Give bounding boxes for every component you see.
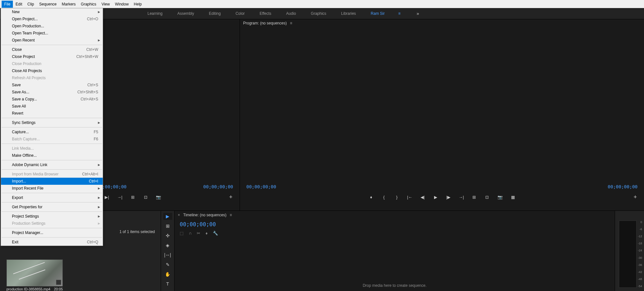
insert-button[interactable]: ⊞ [129,194,136,200]
workspace-color[interactable]: Color [233,10,247,17]
goto-in-button[interactable]: |← [407,194,413,200]
wrench-icon[interactable]: 🔧 [213,231,218,236]
marker-add-icon[interactable]: ♦ [205,231,208,236]
selection-info: 1 of 1 items selected [119,230,155,234]
menu-item-close-all-projects[interactable]: Close All Projects [1,67,103,74]
menu-item-project-manager[interactable]: Project Manager... [1,229,103,236]
workspace-active[interactable]: Ram Sir [368,10,387,17]
workspace-assembly[interactable]: Assembly [175,10,197,17]
timeline-label: Timeline: (no sequences) [183,213,226,217]
menu-item-open-production[interactable]: Open Production... [1,23,103,30]
menu-item-revert[interactable]: Revert [1,110,103,117]
tool-6[interactable]: ✋ [163,271,172,278]
tool-4[interactable]: |↔| [163,251,172,258]
workspace-editing[interactable]: Editing [206,10,223,17]
menu-window[interactable]: Window [112,1,131,8]
step-fwd-button[interactable]: |▶ [445,194,452,200]
menu-item-make-offline[interactable]: Make Offline... [1,152,103,159]
menu-file[interactable]: File [2,1,13,8]
extract-button[interactable]: ⊡ [484,194,490,200]
workspace-libraries[interactable]: Libraries [338,10,358,17]
step-fwd-button[interactable]: ▶| [104,194,110,200]
workspace-audio[interactable]: Audio [284,10,299,17]
lift-button[interactable]: ⊞ [471,194,478,200]
tool-7[interactable]: T [163,280,172,287]
menu-item-close[interactable]: CloseCtrl+W [1,46,103,53]
menu-item-save-all[interactable]: Save All [1,103,103,110]
submenu-arrow-icon: ▶ [98,163,100,166]
workspace-more-icon[interactable]: » [417,11,419,16]
menu-item-label: Close Project [12,54,35,59]
menubar: FileEditClipSequenceMarkersGraphicsViewW… [0,0,644,8]
panel-menu-icon[interactable]: ≡ [230,213,232,217]
tool-1[interactable]: ⊞ [163,222,172,230]
menu-item-export[interactable]: Export▶ [1,194,103,201]
play-button[interactable]: ▶ [432,194,439,200]
menu-item-close-project[interactable]: Close ProjectCtrl+Shift+W [1,53,103,60]
menu-item-import[interactable]: Import...Ctrl+I [1,178,103,185]
menu-item-sync-settings[interactable]: Sync Settings▶ [1,119,103,126]
meter-tick: -18 [638,242,642,245]
mark-in-button[interactable]: { [381,194,387,200]
submenu-arrow-icon: ▶ [98,121,100,124]
workspace-effects[interactable]: Effects [257,10,274,17]
menu-item-label: Sync Settings [12,120,35,125]
menu-markers[interactable]: Markers [59,1,78,8]
menu-view[interactable]: View [99,1,112,8]
close-icon[interactable]: × [178,213,180,217]
add-button-icon[interactable]: + [633,194,637,201]
tool-3[interactable]: ◈ [163,242,172,249]
menu-item-label: Refresh All Projects [12,76,46,80]
panel-menu-icon[interactable]: ≡ [290,21,292,25]
marker-icon[interactable]: ✂ [197,231,200,236]
menu-item-save-a-copy[interactable]: Save a Copy...Ctrl+Alt+S [1,96,103,103]
compare-button[interactable]: ▦ [510,194,516,200]
link-icon[interactable]: ∩ [189,231,192,236]
tool-5[interactable]: ✎ [163,261,172,268]
menu-item-save[interactable]: SaveCtrl+S [1,81,103,89]
export-frame-button[interactable]: 📷 [155,194,162,200]
menu-item-open-recent[interactable]: Open Recent▶ [1,37,103,44]
clip-thumbnail[interactable]: production ID-3858855.mp4 20:05 [6,259,63,291]
menu-sequence[interactable]: Sequence [37,1,59,8]
menu-help[interactable]: Help [131,1,145,8]
menu-clip[interactable]: Clip [25,1,37,8]
menu-item-exit[interactable]: ExitCtrl+Q [1,239,103,246]
tool-2[interactable]: ✣ [163,232,172,239]
export-frame-button[interactable]: 📷 [497,194,503,200]
workspace-graphics[interactable]: Graphics [308,10,329,17]
menu-item-capture[interactable]: Capture...F5 [1,128,103,136]
timeline-timecode[interactable]: 00;00;00;00 [175,219,615,230]
menu-item-open-project[interactable]: Open Project...Ctrl+O [1,15,103,23]
menu-graphics[interactable]: Graphics [78,1,99,8]
add-marker-button[interactable]: ♦ [368,194,374,200]
menu-item-label: Open Project... [12,17,38,21]
workspace-menu-icon[interactable]: ≡ [398,11,401,16]
menu-separator [2,237,102,238]
clip-name: production ID-3858855.mp4 [6,287,50,291]
menu-item-open-team-project[interactable]: Open Team Project... [1,30,103,37]
menu-item-new[interactable]: New▶ [1,8,103,15]
menu-item-label: Exit [12,240,18,244]
menu-item-adobe-dynamic-link[interactable]: Adobe Dynamic Link▶ [1,161,103,168]
menu-item-import-recent-file[interactable]: Import Recent File▶ [1,185,103,192]
step-back-button[interactable]: ◀| [420,194,426,200]
menu-item-save-as[interactable]: Save As...Ctrl+Shift+S [1,89,103,96]
menu-item-project-settings[interactable]: Project Settings▶ [1,213,103,220]
add-button-icon[interactable]: + [229,194,232,201]
menu-edit[interactable]: Edit [13,1,25,8]
mark-out-button[interactable]: } [394,194,400,200]
menu-item-get-properties-for[interactable]: Get Properties for▶ [1,203,103,211]
menu-item-label: Close Production [12,61,41,66]
tool-0[interactable]: ▶ [163,213,172,220]
overwrite-button[interactable]: ⊡ [142,194,149,200]
menu-item-label: Open Team Project... [12,31,48,35]
workspace-learning[interactable]: Learning [145,10,165,17]
snap-icon[interactable]: ⬚ [180,231,184,236]
menu-separator [2,228,102,228]
goto-out-button[interactable]: →| [117,194,123,200]
goto-out-button[interactable]: →| [458,194,465,200]
menu-shortcut: F6 [94,137,98,141]
program-transport: ♦ { } |← ◀| ▶ |▶ →| ⊞ ⊡ 📷 ▦ + [243,192,641,202]
menu-item-label: Open Production... [12,24,44,28]
